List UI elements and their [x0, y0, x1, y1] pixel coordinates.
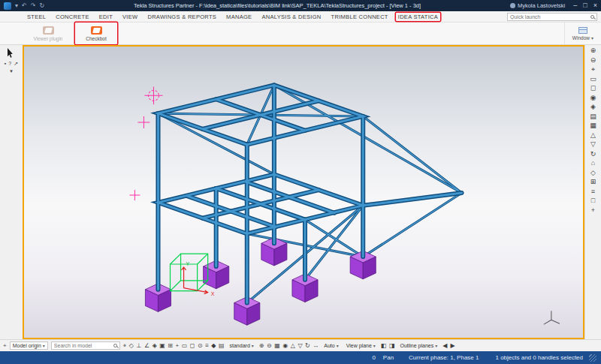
menu-tab-view[interactable]: VIEW	[122, 14, 137, 20]
tekla-logo-icon	[4, 2, 11, 10]
quick-launch-input[interactable]	[510, 14, 589, 20]
maximize-button[interactable]: □	[583, 2, 587, 9]
current-phase-text: Current phase: 1, Phase 1	[409, 354, 479, 361]
side-toolbar-icon[interactable]: ≡	[591, 188, 595, 195]
checkbot-label: Checkbot	[86, 36, 106, 41]
close-button[interactable]: ×	[593, 2, 597, 9]
bottom-toolbar-icon[interactable]: ⊥	[137, 343, 142, 349]
model-search-box[interactable]	[51, 341, 120, 350]
auto-dropdown[interactable]: Auto ▾	[322, 341, 340, 350]
side-toolbar-icon[interactable]: ▦	[590, 122, 596, 129]
left-toolbar-icon[interactable]: ▪	[5, 61, 6, 66]
menu-tab-manage[interactable]: MANAGE	[226, 14, 252, 20]
menu-tab-steel[interactable]: STEEL	[27, 14, 46, 20]
chevron-down-icon: ▾	[373, 343, 376, 348]
bottom-toolbar-icon[interactable]: ↔	[313, 343, 319, 349]
window-panel-button[interactable]: Window▾	[572, 27, 593, 41]
titlebar-menu-icon[interactable]: ▾	[15, 3, 18, 9]
bottom-toolbar-icon[interactable]: ◧	[381, 343, 387, 349]
bottom-toolbar-icon[interactable]: ▤	[219, 343, 225, 349]
bottom-toolbar-icon[interactable]: ▣	[159, 343, 165, 349]
side-toolbar-icon[interactable]: ⊕	[590, 47, 596, 54]
bottom-toolbar-icon[interactable]: +	[176, 343, 180, 349]
bottom-toolbar-icon[interactable]: ◉	[282, 343, 288, 349]
side-toolbar-icon[interactable]: ◈	[590, 104, 596, 110]
search-icon	[590, 15, 594, 19]
left-toolbar-icon[interactable]: ↗	[14, 61, 18, 66]
side-toolbar-icon[interactable]: ↻	[590, 151, 596, 158]
auto-label: Auto	[324, 343, 334, 348]
bottom-toolbar-icon[interactable]: ⊙	[198, 343, 203, 349]
side-toolbar-icon[interactable]: ⌂	[591, 160, 595, 167]
bottom-toolbar-icon[interactable]: ◆	[211, 343, 216, 349]
y-axis-label: Y	[186, 261, 190, 266]
bottom-toolbar-icon[interactable]: ⊖	[267, 343, 272, 349]
bottom-toolbar-icon[interactable]: ▽	[297, 343, 302, 349]
resize-grip[interactable]	[589, 354, 596, 362]
side-toolbar-icon[interactable]: ◇	[590, 170, 596, 176]
bottom-toolbar-icon[interactable]: ◻	[190, 343, 195, 349]
undo-icon[interactable]: ↶	[22, 3, 27, 9]
bottom-toolbar-icon[interactable]: ◈	[153, 343, 157, 349]
redo-icon[interactable]: ↷	[31, 3, 36, 9]
side-toolbar-icon[interactable]: ⌖	[591, 66, 595, 73]
selection-filter-dropdown[interactable]: standard ▾	[228, 341, 256, 350]
menu-tab-concrete[interactable]: CONCRETE	[56, 14, 89, 20]
menu-tab-drawings-reports[interactable]: DRAWINGS & REPORTS	[147, 14, 216, 20]
window-title: Tekla Structures Partner - F:\idea_stati…	[48, 2, 506, 9]
side-toolbar-icon[interactable]: ▭	[590, 76, 596, 83]
selection-filter-label: standard	[230, 343, 250, 348]
side-toolbar-icon[interactable]: ▤	[590, 113, 596, 120]
bottom-toolbar-icon[interactable]: ⊞	[168, 343, 173, 349]
side-toolbar-icon[interactable]: ◉	[590, 95, 596, 101]
selection-switches-group: ⊕⊖▦◉△▽↻↔	[259, 343, 319, 349]
side-toolbar-icon[interactable]: □	[591, 197, 595, 204]
view-axis-triad-icon	[544, 311, 560, 324]
checkbot-button[interactable]: Checkbot	[75, 23, 117, 44]
bottom-toolbar-icon[interactable]: ▦	[274, 343, 280, 349]
select-cursor-icon[interactable]	[8, 48, 15, 58]
bottom-toolbar-icon[interactable]: ⌖	[123, 343, 127, 349]
next-arrow-icon[interactable]: ▶	[450, 343, 455, 349]
side-toolbar-icon[interactable]: ◻	[590, 85, 596, 92]
side-toolbar-icon[interactable]: +	[591, 207, 595, 214]
bottom-toolbar-icon[interactable]: ≡	[205, 343, 209, 349]
checkbot-icon	[91, 26, 102, 35]
bottom-toolbar-icon[interactable]: ◨	[389, 343, 395, 349]
refresh-icon[interactable]: ↻	[39, 3, 44, 9]
bottom-toolbar-icon[interactable]: ◇	[129, 343, 134, 349]
menu-tab-analysis-design[interactable]: ANALYSIS & DESIGN	[261, 14, 321, 20]
model-origin-dropdown[interactable]: Model origin ▾	[10, 341, 48, 350]
menu-tab-idea-statica[interactable]: IDEA STATICA	[396, 13, 440, 21]
viewer-plugin-label: Viewer plugin	[34, 36, 63, 41]
side-toolbar-icon[interactable]: ⊖	[590, 57, 596, 64]
left-toolbar-icon[interactable]: ?	[8, 61, 11, 66]
bottom-toolbar-icon[interactable]: ↻	[305, 343, 310, 349]
bottom-toolbar-icon[interactable]: △	[291, 343, 295, 349]
bottom-toolbar-icon[interactable]: ⊕	[259, 343, 264, 349]
user-account[interactable]: Mykola Lastovetski	[510, 2, 565, 9]
snap-origin-icon[interactable]: +	[3, 343, 7, 349]
menu-tab-trimble-connect[interactable]: TRIMBLE CONNECT	[331, 14, 388, 20]
outline-planes-dropdown[interactable]: Outline planes ▾	[397, 341, 439, 350]
view-plane-dropdown[interactable]: View plane ▾	[344, 341, 378, 350]
left-toolbar-minis: ▪?↗▾	[2, 61, 20, 74]
model-search-input[interactable]	[54, 343, 112, 348]
app-window: ▾ ↶ ↷ ↻ Tekla Structures Partner - F:\id…	[0, 0, 601, 364]
bottom-toolbar-icon[interactable]: ∠	[144, 343, 149, 349]
ribbon: Viewer plugin Checkbot Window▾	[0, 23, 601, 45]
side-toolbar-icon[interactable]: ▽	[590, 141, 596, 148]
prev-arrow-icon[interactable]: ◀	[442, 343, 447, 349]
bottom-toolbar-icon[interactable]: ▭	[182, 343, 188, 349]
side-toolbar-icon[interactable]: ⊞	[590, 179, 596, 185]
user-name: Mykola Lastovetski	[518, 2, 565, 9]
minimize-button[interactable]: –	[573, 2, 577, 9]
pan-mode-label: Pan	[383, 354, 394, 361]
menu-tab-edit[interactable]: EDIT	[99, 14, 113, 20]
viewport-3d[interactable]: X Y	[23, 45, 584, 339]
side-toolbar-icon[interactable]: △	[590, 132, 596, 139]
left-toolbar-icon[interactable]: ▾	[10, 68, 13, 74]
chevron-down-icon: ▾	[337, 343, 339, 348]
quick-launch-box[interactable]	[507, 13, 597, 21]
viewer-plugin-button[interactable]: Viewer plugin	[27, 23, 69, 44]
